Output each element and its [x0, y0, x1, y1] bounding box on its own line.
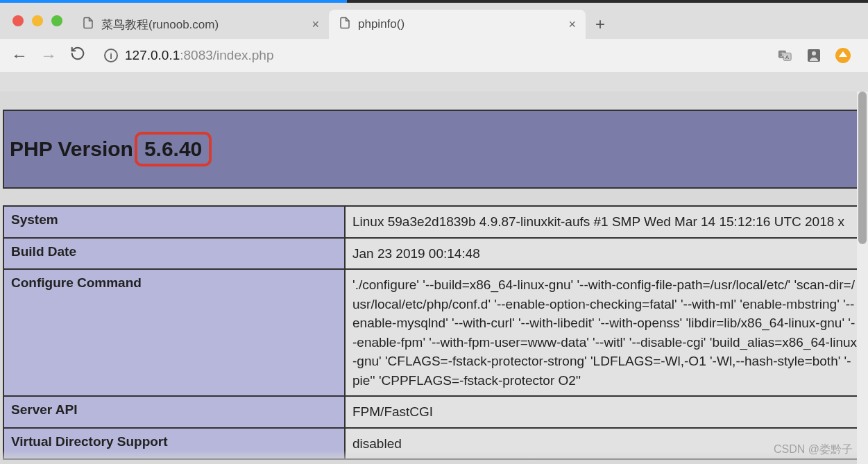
info-label: System: [3, 206, 345, 238]
info-value: disabled: [345, 428, 865, 460]
page-icon: [82, 17, 94, 33]
info-value: Jan 23 2019 00:14:48: [345, 238, 865, 270]
tab-row: 菜鸟教程(runoob.com) × phpinfo() × +: [0, 3, 868, 39]
tab-active[interactable]: phpinfo() ×: [329, 10, 586, 39]
url-path: /index.php: [213, 48, 274, 62]
php-version-value: 5.6.40: [135, 132, 212, 166]
back-button[interactable]: ←: [11, 46, 28, 65]
url-port: :8083: [180, 48, 213, 62]
scrollbar-thumb[interactable]: [858, 92, 867, 244]
toolbar-right-icons: 文A: [776, 47, 857, 64]
info-label: Virtual Directory Support: [3, 428, 345, 460]
tab-title: phpinfo(): [358, 17, 405, 31]
address-bar[interactable]: i 127.0.0.1:8083/index.php: [99, 48, 764, 63]
browser-chrome: 菜鸟教程(runoob.com) × phpinfo() × + ← → i 1…: [0, 3, 868, 92]
site-info-icon[interactable]: i: [104, 49, 118, 62]
extension-icon[interactable]: [835, 47, 851, 64]
svg-text:A: A: [785, 54, 789, 60]
info-value: Linux 59a3e2d1839b 4.9.87-linuxkit-aufs …: [345, 206, 865, 238]
tab-close-icon[interactable]: ×: [568, 17, 576, 32]
table-row: Virtual Directory Support disabled: [3, 428, 865, 460]
info-label: Build Date: [3, 238, 345, 270]
svg-point-5: [812, 51, 816, 55]
page-icon: [339, 17, 351, 33]
page-content: PHP Version 5.6.40 System Linux 59a3e2d1…: [0, 92, 868, 464]
phpinfo-header: PHP Version 5.6.40: [3, 110, 865, 189]
forward-button[interactable]: →: [40, 46, 57, 65]
table-row: System Linux 59a3e2d1839b 4.9.87-linuxki…: [3, 206, 865, 238]
php-version-label: PHP Version: [10, 137, 133, 161]
window-maximize-button[interactable]: [51, 15, 62, 26]
info-value: './configure' '--build=x86_64-linux-gnu'…: [345, 269, 865, 396]
window-controls: [7, 15, 72, 26]
tab-inactive[interactable]: 菜鸟教程(runoob.com) ×: [72, 10, 329, 39]
table-row: Server API FPM/FastCGI: [3, 396, 865, 428]
address-bar-row: ← → i 127.0.0.1:8083/index.php 文A: [0, 39, 868, 72]
info-label: Configure Command: [3, 269, 345, 396]
svg-text:文: 文: [781, 51, 785, 58]
reload-button[interactable]: [69, 46, 86, 65]
url-host: 127.0.0.1: [125, 48, 180, 62]
translate-icon[interactable]: 文A: [776, 47, 793, 64]
window-minimize-button[interactable]: [32, 15, 43, 26]
info-label: Server API: [3, 396, 345, 428]
info-value: FPM/FastCGI: [345, 396, 865, 428]
tab-close-icon[interactable]: ×: [312, 17, 319, 32]
tab-title: 菜鸟教程(runoob.com): [101, 17, 219, 33]
table-row: Build Date Jan 23 2019 00:14:48: [3, 238, 865, 270]
window-close-button[interactable]: [12, 15, 24, 26]
table-row: Configure Command './configure' '--build…: [3, 269, 865, 396]
phpinfo-table: System Linux 59a3e2d1839b 4.9.87-linuxki…: [3, 205, 865, 460]
profile-icon[interactable]: [806, 47, 822, 64]
scrollbar-track[interactable]: [857, 92, 868, 464]
new-tab-button[interactable]: +: [586, 15, 615, 34]
